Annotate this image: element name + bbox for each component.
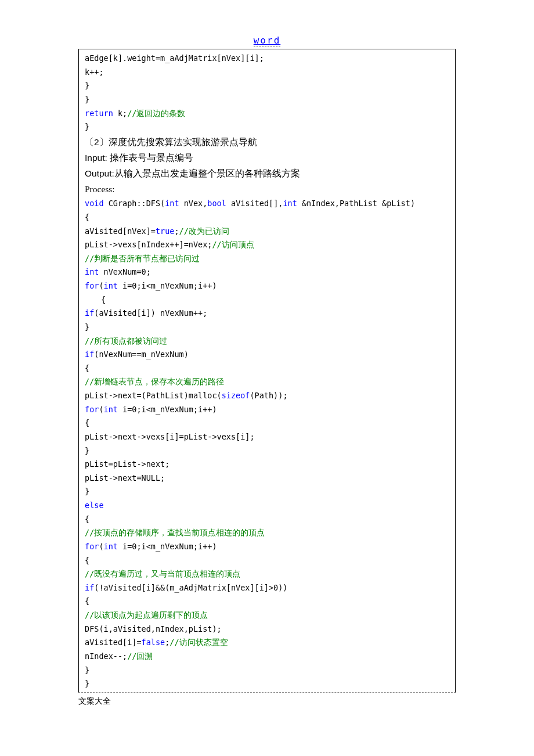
code-line: //判断是否所有节点都已访问过 bbox=[85, 252, 449, 266]
keyword: int bbox=[165, 199, 179, 208]
code-line: //以该顶点为起点遍历剩下的顶点 bbox=[85, 609, 449, 622]
keyword: int bbox=[104, 542, 118, 551]
code-line: { bbox=[85, 416, 449, 430]
code-text: (Path)); bbox=[250, 391, 287, 400]
code-text: ( bbox=[99, 405, 103, 414]
code-line: return k;//返回边的条数 bbox=[85, 107, 449, 121]
keyword: int bbox=[104, 405, 118, 414]
code-line: aEdge[k].weight=m_aAdjMatrix[nVex][i]; bbox=[85, 52, 449, 66]
code-line: //既没有遍历过，又与当前顶点相连的顶点 bbox=[85, 567, 449, 581]
code-text: (nVexNum==m_nVexNum) bbox=[94, 350, 189, 359]
keyword: else bbox=[85, 501, 104, 510]
comment: //访问顶点 bbox=[212, 240, 254, 249]
code-text: pList->vexs[nIndex++]=nVex; bbox=[85, 240, 212, 249]
comment: //所有顶点都被访问过 bbox=[85, 336, 167, 345]
code-line: } bbox=[85, 79, 449, 93]
comment: //按顶点的存储顺序，查找当前顶点相连的的顶点 bbox=[85, 528, 265, 537]
code-line: int nVexNum=0; bbox=[85, 265, 449, 279]
code-text: nVex, bbox=[179, 199, 208, 208]
code-line: if(!aVisited[i]&&(m_aAdjMatrix[nVex][i]>… bbox=[85, 581, 449, 595]
code-line: for(int i=0;i<m_nVexNum;i++) bbox=[85, 279, 449, 293]
section-heading: Output:从输入景点出发走遍整个景区的各种路线方案 bbox=[85, 165, 449, 181]
code-content: aEdge[k].weight=m_aAdjMatrix[nVex][i]; k… bbox=[79, 49, 455, 692]
code-text: i=0;i<m_nVexNum;i++) bbox=[118, 405, 217, 414]
code-line: } bbox=[85, 321, 449, 334]
code-line: //按顶点的存储顺序，查找当前顶点相连的的顶点 bbox=[85, 526, 449, 540]
code-line: nIndex--;//回溯 bbox=[85, 650, 449, 664]
code-text: k; bbox=[113, 109, 127, 118]
code-line: { bbox=[85, 595, 449, 609]
code-text: { bbox=[85, 293, 106, 307]
code-line: { bbox=[85, 211, 449, 225]
code-line: { bbox=[85, 554, 449, 568]
keyword: sizeof bbox=[222, 391, 250, 400]
code-line: } bbox=[85, 664, 449, 678]
keyword: bool bbox=[207, 199, 226, 208]
code-line: for(int i=0;i<m_nVexNum;i++) bbox=[85, 403, 449, 417]
code-line: k++; bbox=[85, 66, 449, 80]
code-line: } bbox=[85, 485, 449, 499]
code-line: { bbox=[85, 293, 449, 307]
keyword: int bbox=[283, 199, 297, 208]
keyword: void bbox=[85, 199, 104, 208]
code-line: //所有顶点都被访问过 bbox=[85, 334, 449, 348]
code-text: nIndex--; bbox=[85, 651, 127, 661]
code-text: aVisited[], bbox=[226, 199, 283, 208]
code-line: pList=pList->next; bbox=[85, 458, 449, 471]
code-line: if(nVexNum==m_nVexNum) bbox=[85, 348, 449, 362]
code-text: aVisited[i]= bbox=[85, 638, 142, 647]
code-text: &nIndex,PathList &pList) bbox=[297, 199, 415, 208]
keyword: if bbox=[85, 583, 94, 592]
code-line: if(aVisited[i]) nVexNum++; bbox=[85, 307, 449, 321]
code-text: (aVisited[i]) nVexNum++; bbox=[94, 308, 207, 318]
code-line: void CGraph::DFS(int nVex,bool aVisited[… bbox=[85, 197, 449, 211]
code-text: (!aVisited[i]&&(m_aAdjMatrix[nVex][i]>0)… bbox=[94, 583, 287, 592]
code-text: CGraph::DFS( bbox=[104, 199, 165, 208]
keyword: for bbox=[85, 542, 99, 551]
section-heading: 〔2〕深度优先搜索算法实现旅游景点导航 bbox=[85, 134, 449, 150]
code-text: ; bbox=[174, 226, 179, 236]
code-line: pList->next=NULL; bbox=[85, 471, 449, 485]
section-heading: Input: 操作表号与景点编号 bbox=[85, 150, 449, 165]
keyword: if bbox=[85, 308, 94, 318]
code-line: aVisited[nVex]=true;//改为已访问 bbox=[85, 225, 449, 239]
code-line: { bbox=[85, 362, 449, 376]
code-box: aEdge[k].weight=m_aAdjMatrix[nVex][i]; k… bbox=[78, 49, 456, 693]
code-line: else bbox=[85, 499, 449, 513]
keyword: return bbox=[85, 109, 113, 118]
code-line: } bbox=[85, 444, 449, 458]
code-text: nVexNum=0; bbox=[99, 267, 150, 276]
comment: //判断是否所有节点都已访问过 bbox=[85, 254, 200, 263]
keyword: false bbox=[142, 638, 165, 647]
code-line: for(int i=0;i<m_nVexNum;i++) bbox=[85, 540, 449, 554]
header-link[interactable]: word bbox=[254, 35, 281, 47]
code-text: i=0;i<m_nVexNum;i++) bbox=[118, 542, 217, 551]
code-line: pList->vexs[nIndex++]=nVex;//访问顶点 bbox=[85, 238, 449, 252]
keyword: for bbox=[85, 405, 99, 414]
code-line: //新增链表节点，保存本次遍历的路径 bbox=[85, 375, 449, 389]
comment: //回溯 bbox=[127, 651, 153, 661]
page-header: word bbox=[0, 0, 534, 49]
comment: //既没有遍历过，又与当前顶点相连的顶点 bbox=[85, 569, 240, 578]
keyword: for bbox=[85, 281, 99, 290]
code-line: pList->next->vexs[i]=pList->vexs[i]; bbox=[85, 430, 449, 444]
code-text: pList->next=(PathList)malloc( bbox=[85, 391, 222, 400]
comment: //访问状态置空 bbox=[169, 638, 228, 647]
comment: //改为已访问 bbox=[179, 226, 229, 236]
code-line: aVisited[i]=false;//访问状态置空 bbox=[85, 636, 449, 650]
comment: //返回边的条数 bbox=[127, 109, 185, 118]
comment: //新增链表节点，保存本次遍历的路径 bbox=[85, 377, 224, 386]
comment: //以该顶点为起点遍历剩下的顶点 bbox=[85, 610, 208, 620]
code-line: { bbox=[85, 513, 449, 527]
code-line: DFS(i,aVisited,nIndex,pList); bbox=[85, 622, 449, 636]
page-footer: 文案大全 bbox=[78, 696, 534, 707]
keyword: int bbox=[85, 267, 99, 276]
code-line: } bbox=[85, 93, 449, 107]
keyword: true bbox=[156, 226, 175, 236]
code-line: } bbox=[85, 120, 449, 134]
keyword: int bbox=[104, 281, 118, 290]
code-line: pList->next=(PathList)malloc(sizeof(Path… bbox=[85, 389, 449, 403]
code-text: aVisited[nVex]= bbox=[85, 226, 156, 236]
code-text: ( bbox=[99, 542, 103, 551]
code-line: } bbox=[85, 677, 449, 691]
